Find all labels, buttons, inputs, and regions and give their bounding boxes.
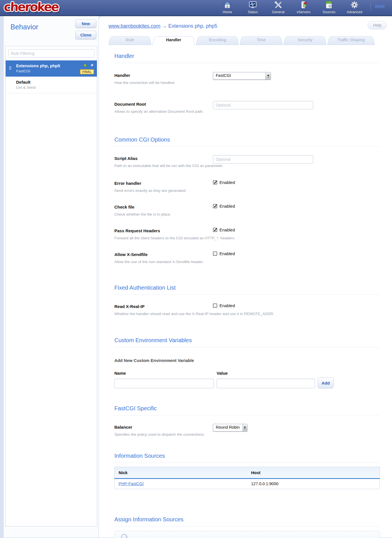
rule-title: Default (16, 80, 94, 84)
nav-label: Status (248, 10, 258, 14)
entry-allow-x-sendfile: Allow X-Sendfile Enabled Allow the use o… (114, 251, 380, 264)
entry-desc: Send errors exactly as they are generate… (114, 188, 380, 193)
nav-label: General (272, 10, 284, 14)
entry-label: Pass Request Headers (114, 227, 380, 233)
entry-check-file: Check file Enabled Check whether the fil… (114, 204, 380, 217)
balancing-note: It is already balancing among all the co… (114, 531, 380, 538)
entry-handler: Handler FastCGI How the connection will … (114, 72, 380, 85)
drag-handle-icon[interactable] (9, 66, 12, 70)
entry-label: Read X-Real-IP (114, 303, 380, 309)
rule-tabs: Rule Handler Encoding Time Security Traf… (108, 35, 392, 45)
balancer-select[interactable]: Round Robin (213, 424, 247, 431)
final-badge: FINAL (80, 69, 94, 74)
nav-item-vservers[interactable]: vServers (295, 1, 312, 14)
entry-desc: Whether the handler should read and use … (114, 312, 380, 316)
rule-list-panel: Extensions php, php5 FastCGI × FINAL Def… (5, 46, 97, 526)
tab-encoding[interactable]: Encoding (196, 35, 239, 45)
tab-security[interactable]: Security (284, 35, 326, 45)
save-button[interactable]: Save (375, 3, 385, 8)
cherokee-logo[interactable]: cherokee (4, 0, 59, 14)
checkbox-label: Enabled (219, 303, 235, 308)
general-icon (274, 1, 282, 10)
entry-pass-request-headers: Pass Request Headers Enabled Forward all… (114, 227, 380, 240)
x-sendfile-checkbox[interactable] (213, 251, 217, 256)
nav-item-general[interactable]: General (269, 1, 287, 14)
section-heading-info-sources: Information Sources (114, 453, 380, 463)
main-panel: www.bambookites.com → Extensions php, ph… (99, 16, 392, 537)
add-env-subheading: Add New Custom Environment Variable (114, 358, 380, 363)
document-root-input[interactable] (213, 101, 313, 109)
handler-select[interactable]: FastCGI (213, 72, 271, 80)
entry-balancer: Balancer Round Robin Specifies the polic… (114, 424, 380, 437)
entry-desc: How the connection will be handled. (114, 81, 380, 85)
table-row: PHP-FastCGI 127.0.0.1:9000 (115, 479, 380, 489)
source-host-cell: 127.0.0.1:9000 (247, 479, 380, 489)
nav-item-status[interactable]: Status (244, 1, 262, 14)
new-rule-button[interactable]: New (75, 19, 96, 28)
chevron-down-icon (243, 424, 247, 431)
navbar-menu: Home Status General vServers Sources (219, 1, 363, 15)
nav-label: Advanced (347, 10, 362, 14)
x-real-ip-checkbox[interactable] (213, 303, 217, 308)
balancer-select-value: Round Robin (213, 424, 243, 431)
script-alias-input[interactable] (213, 155, 313, 164)
entry-desc: Forward all the client headers to the CG… (114, 236, 380, 240)
entry-desc: Check whether the file is in place. (114, 212, 380, 216)
breadcrumb-site-link[interactable]: www.bambookites.com (108, 23, 160, 29)
section-heading-cgi: Common CGI Options (114, 136, 380, 147)
source-nick-link[interactable]: PHP-FastCGI (119, 481, 144, 486)
rule-item-default[interactable]: Default List & Send (6, 77, 97, 93)
checkbox-label: Enabled (219, 204, 235, 209)
close-icon[interactable]: × (91, 62, 93, 68)
entry-desc: Path to an executable that will be run w… (114, 164, 380, 168)
section-heading-fixed-auth: Fixed Authentication List (114, 285, 380, 295)
behavior-sidebar: Behavior New Clone Extensions php, php5 … (0, 16, 99, 537)
add-env-button[interactable]: Add (318, 378, 334, 388)
tab-rule[interactable]: Rule (108, 35, 151, 45)
tab-time[interactable]: Time (240, 35, 283, 45)
entry-label: Check file (114, 204, 380, 209)
env-name-label: Name (114, 371, 214, 376)
section-heading-custom-env: Custom Environment Variables (114, 337, 380, 347)
error-handler-checkbox[interactable] (213, 180, 217, 185)
rule-item-extensions-php[interactable]: Extensions php, php5 FastCGI × FINAL (6, 60, 97, 77)
entry-label: Error handler (114, 180, 380, 186)
vservers-icon (299, 1, 308, 10)
rule-filter-input[interactable] (8, 49, 94, 58)
clone-rule-button[interactable]: Clone (75, 31, 96, 39)
help-button[interactable]: Help (367, 21, 387, 29)
entry-read-x-real-ip: Read X-Real-IP Enabled Whether the handl… (114, 303, 380, 316)
information-sources-table: Nick Host PHP-FastCGI 127.0.0.1:9000 (114, 467, 380, 489)
entry-desc: Specifies the policy used to dispatch th… (114, 432, 380, 437)
tab-traffic-shaping[interactable]: Traffic Shaping (327, 35, 375, 45)
check-file-checkbox[interactable] (213, 204, 217, 208)
advanced-icon (350, 1, 359, 10)
sources-icon (325, 1, 333, 10)
section-heading-assign: Assign Information Sources (114, 516, 380, 526)
section-heading-fastcgi: FastCGI Specific (114, 405, 380, 415)
rule-subtitle: List & Send (16, 85, 94, 90)
env-name-input[interactable] (114, 379, 214, 388)
nav-label: Sources (323, 10, 336, 14)
sidebar-left-strip (0, 16, 4, 537)
column-header-nick: Nick (115, 467, 247, 479)
nav-item-advanced[interactable]: Advanced (346, 1, 363, 14)
nav-item-home[interactable]: Home (219, 1, 236, 14)
pass-headers-checkbox[interactable] (213, 228, 217, 232)
lightbulb-icon (120, 533, 129, 538)
entry-label: Allow X-Sendfile (114, 251, 380, 257)
nav-item-sources[interactable]: Sources (320, 1, 338, 14)
status-icon (249, 1, 257, 10)
rule-enabled-dot[interactable] (84, 64, 87, 67)
breadcrumb: www.bambookites.com → Extensions php, ph… (108, 23, 381, 29)
checkbox-label: Enabled (219, 180, 235, 185)
entry-desc: Allows to specify an alternative Documen… (114, 109, 380, 114)
tab-handler[interactable]: Handler (152, 35, 195, 45)
breadcrumb-rule: Extensions php, php5 (168, 23, 217, 29)
navbar-divider (371, 2, 371, 11)
add-env-row: Name Value Add (114, 371, 380, 388)
checkbox-label: Enabled (219, 251, 235, 256)
nav-label: Home (223, 10, 232, 14)
rule-title: Extensions php, php5 (16, 63, 94, 68)
env-value-input[interactable] (217, 379, 315, 388)
